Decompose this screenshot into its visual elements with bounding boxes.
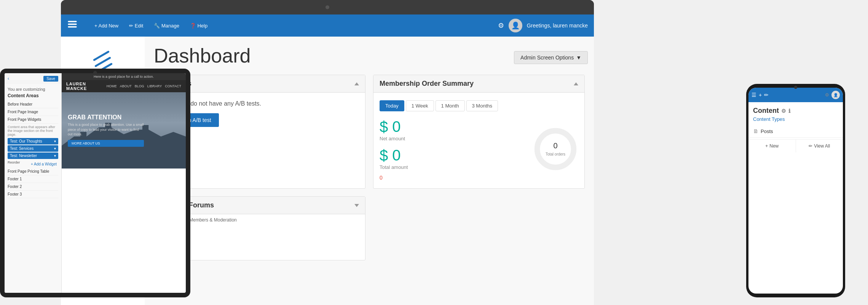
ab-tests-toggle[interactable] xyxy=(354,82,359,85)
forums-tab-moderation[interactable]: Members & Moderation xyxy=(189,217,237,223)
add-new-button[interactable]: + Add New xyxy=(90,21,123,31)
tablet-chevron-down-icon: ▾ xyxy=(54,139,56,143)
tablet-device: ‹ Save You are customizing Content Areas… xyxy=(0,69,190,297)
phone-pencil-icon: ✏ xyxy=(809,143,812,149)
membership-widget: Membership Order Summary Today 1 Week 1 … xyxy=(373,75,585,189)
camera-dot xyxy=(326,5,329,9)
tablet-test-newsletter[interactable]: Test: Newsletter ▾ xyxy=(8,152,58,159)
phone-settings-icon[interactable]: ⚙ xyxy=(781,108,786,114)
user-greeting: Greetings, lauren mancke xyxy=(527,22,588,29)
tablet-footer-1[interactable]: Footer 1 xyxy=(8,175,58,183)
tablet-cms: ‹ Save You are customizing Content Areas… xyxy=(5,73,186,293)
tablet-cms-left: ‹ Save You are customizing Content Areas… xyxy=(5,73,62,293)
donut-center: 0 Total orders xyxy=(546,141,565,157)
tablet-chevron-down-icon-3: ▾ xyxy=(54,154,56,158)
tablet-nav-blog[interactable]: BLOG xyxy=(135,84,144,88)
phone-plus-icon-small: + xyxy=(765,143,768,149)
screen-options-button[interactable]: Admin Screen Options ▼ xyxy=(514,51,588,64)
tablet-nav-contact[interactable]: CONTACT xyxy=(165,84,181,88)
browser-bar xyxy=(61,0,594,14)
orders-label: Total orders xyxy=(546,152,565,156)
tablet-pricing-table[interactable]: Front Page Pricing Table xyxy=(8,168,58,175)
tab-1week[interactable]: 1 Week xyxy=(406,100,434,111)
tablet-test-thoughts-label: Test: Our Thoughts xyxy=(10,139,42,143)
tablet-back-button[interactable]: ‹ xyxy=(8,76,9,81)
tablet-hero-cta-button[interactable]: MORE ABOUT US xyxy=(68,140,144,147)
tablet-footer-2[interactable]: Footer 2 xyxy=(8,183,58,191)
phone-view-all-label: View All xyxy=(814,143,830,149)
phone-gear-icon[interactable]: ⚙ xyxy=(825,92,829,98)
tablet-camera xyxy=(93,71,97,75)
phone-action-row: + New ✏ View All xyxy=(748,139,843,152)
topbar-right: ⚙ 👤 Greetings, lauren mancke xyxy=(498,19,588,32)
total-label: Total amount xyxy=(380,164,525,170)
phone-avatar: 👤 xyxy=(831,91,840,99)
tablet-front-page-widgets[interactable]: Front Page Widgets xyxy=(8,116,58,124)
phone-posts-item: 🗎 Posts xyxy=(748,125,843,138)
phone-menu-icon[interactable]: ☰ xyxy=(752,92,756,98)
tablet-site-logo: LAUREN MANCKE xyxy=(66,82,107,91)
phone-topbar: ☰ + ✏ ⚙ 👤 xyxy=(748,88,843,102)
logo-icon xyxy=(67,19,78,30)
screen-options-label: Admin Screen Options xyxy=(520,55,574,61)
tablet-before-header[interactable]: Before Header xyxy=(8,101,58,108)
tablet-hero-title: GRAB ATTENTION xyxy=(68,114,144,121)
user-avatar: 👤 xyxy=(509,19,522,32)
phone-camera xyxy=(794,86,797,89)
tablet-cms-right: Here is a good place for a call to actio… xyxy=(62,73,186,293)
tablet-nav-links: HOME ABOUT BLOG LIBRARY CONTACT xyxy=(107,84,181,88)
phone-posts-left: 🗎 Posts xyxy=(753,128,773,134)
tablet-save-button[interactable]: Save xyxy=(43,76,58,82)
tablet-hero: GRAB ATTENTION This is a good place to g… xyxy=(62,92,186,169)
tab-today[interactable]: Today xyxy=(380,100,404,111)
wp-topbar: + Add New ✏ Edit 🔧 Manage ❓ Help ⚙ 👤 Gre… xyxy=(61,14,594,37)
tablet-nav-library[interactable]: LIBRARY xyxy=(147,84,162,88)
tablet-test-thoughts[interactable]: Test: Our Thoughts ▾ xyxy=(8,138,58,144)
edit-button[interactable]: ✏ Edit xyxy=(124,21,148,31)
tablet-content-note: Content area that appears after the imag… xyxy=(8,125,58,136)
phone-plus-icon[interactable]: + xyxy=(759,92,762,98)
tablet-test-newsletter-label: Test: Newsletter xyxy=(10,154,37,158)
membership-right: 0 Total orders xyxy=(533,117,578,181)
membership-body: Today 1 Week 1 Month 3 Months $ 0 Net am… xyxy=(373,93,584,188)
tablet-test-services-label: Test: Services xyxy=(10,146,34,151)
phone-content-title: Content xyxy=(753,107,779,115)
dashboard-grid: A/B Tests u currently do not have any A/… xyxy=(154,75,585,260)
tab-3months[interactable]: 3 Months xyxy=(466,100,498,111)
svg-rect-0 xyxy=(68,21,77,22)
manage-button[interactable]: 🔧 Manage xyxy=(149,21,184,31)
phone-content-link[interactable]: Content Types xyxy=(748,116,843,122)
screen-options-arrow: ▼ xyxy=(576,55,581,61)
svg-rect-1 xyxy=(68,24,77,25)
tablet-content: You are customizing Content Areas Before… xyxy=(5,84,61,201)
donut-chart: 0 Total orders xyxy=(533,126,578,172)
phone-edit-icon[interactable]: ✏ xyxy=(764,92,769,98)
phone-doc-icon: 🗎 xyxy=(753,128,758,134)
tablet-customizing-label: You are customizing xyxy=(8,87,58,92)
membership-toggle[interactable] xyxy=(574,82,578,85)
tablet-reorder-label[interactable]: Reorder xyxy=(8,161,20,168)
phone-info-icon[interactable]: ℹ xyxy=(788,108,790,114)
tab-1month[interactable]: 1 Month xyxy=(436,100,465,111)
phone-device: ☰ + ✏ ⚙ 👤 Content ⚙ ℹ Content Types 🗎 Po… xyxy=(746,84,845,297)
gear-icon[interactable]: ⚙ xyxy=(498,21,504,30)
tablet-nav-home[interactable]: HOME xyxy=(107,84,117,88)
tablet-content-areas: Content Areas xyxy=(8,93,58,98)
forums-toggle[interactable] xyxy=(354,204,359,207)
phone-posts-label: Posts xyxy=(761,128,773,134)
tablet-hint-bar: Here is a good place for a call to actio… xyxy=(62,73,186,80)
tablet-front-page-image[interactable]: Front Page Image xyxy=(8,108,58,116)
tablet-footer-3[interactable]: Footer 3 xyxy=(8,191,58,198)
tablet-test-services[interactable]: Test: Services ▾ xyxy=(8,145,58,152)
tablet-nav-about[interactable]: ABOUT xyxy=(120,84,132,88)
tablet-add-widget-button[interactable]: + Add a Widget xyxy=(29,161,58,168)
red-number: 0 xyxy=(380,175,525,181)
phone-view-all-button[interactable]: ✏ View All xyxy=(796,140,843,152)
membership-left: $ 0 Net amount $ 0 Total amount 0 xyxy=(380,117,525,181)
tablet-hero-content: GRAB ATTENTION This is a good place to g… xyxy=(68,114,144,147)
phone-new-button[interactable]: + New xyxy=(748,140,796,152)
help-button[interactable]: ❓ Help xyxy=(185,21,212,31)
membership-title: Membership Order Summary xyxy=(380,80,474,88)
phone-topbar-right: ⚙ 👤 xyxy=(825,91,840,99)
topbar-nav: + Add New ✏ Edit 🔧 Manage ❓ Help xyxy=(90,21,489,31)
